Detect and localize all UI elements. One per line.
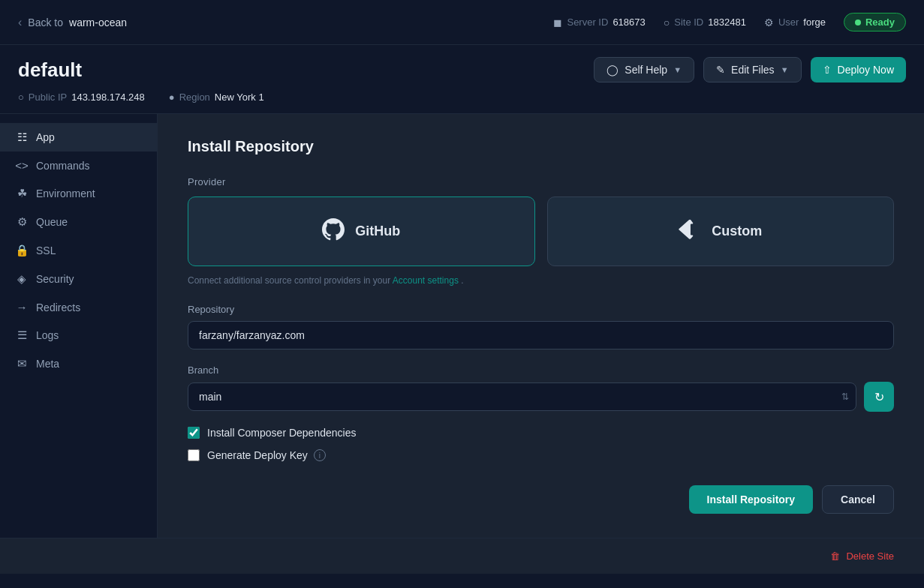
chevron-left-icon: ‹ <box>18 16 22 29</box>
sidebar-item-security-label: Security <box>36 273 74 285</box>
deploy-icon: ⇧ <box>823 64 832 76</box>
user-label: User <box>778 16 799 28</box>
github-icon <box>322 218 345 244</box>
refresh-branch-button[interactable]: ↻ <box>864 382 894 412</box>
generate-deploy-key-label[interactable]: Generate Deploy Key i <box>207 449 326 461</box>
code-icon: <> <box>15 159 29 172</box>
site-name: warm-ocean <box>69 16 127 28</box>
help-icon: ◯ <box>606 64 619 76</box>
custom-icon <box>679 218 701 244</box>
status-dot <box>855 20 861 26</box>
tag-icon: ✉ <box>15 357 29 370</box>
sidebar-item-logs-label: Logs <box>36 329 59 341</box>
checkbox-group: Install Composer Dependencies Generate D… <box>188 427 894 461</box>
install-repository-button[interactable]: Install Repository <box>689 485 813 514</box>
leaf-icon: ☘ <box>15 187 29 200</box>
cog-icon: ⚙ <box>15 215 29 229</box>
sidebar-item-commands-label: Commands <box>36 160 90 172</box>
provider-custom[interactable]: Custom <box>547 196 895 266</box>
provider-github[interactable]: GitHub <box>188 196 535 266</box>
chevron-down-icon: ▼ <box>673 65 682 74</box>
repository-label: Repository <box>188 304 894 315</box>
globe-icon: ○ <box>664 16 670 28</box>
edit-files-label: Edit Files <box>731 64 775 76</box>
trash-icon: 🗑 <box>830 550 840 562</box>
account-settings-text: Connect additional source control provid… <box>188 275 894 286</box>
provider-grid: GitHub Custom <box>188 196 894 266</box>
content-footer: 🗑 Delete Site <box>0 538 924 574</box>
site-id-label: Site ID <box>674 16 703 28</box>
delete-site-label: Delete Site <box>846 550 894 562</box>
self-help-label: Self Help <box>625 64 667 76</box>
public-ip-value: 143.198.174.248 <box>71 92 145 103</box>
page-body: ☷ App <> Commands ☘ Environment ⚙ Queue … <box>0 114 924 574</box>
sidebar: ☷ App <> Commands ☘ Environment ⚙ Queue … <box>0 114 158 538</box>
topbar-right: ◼ Server ID 618673 ○ Site ID 1832481 ⚙ U… <box>553 13 906 32</box>
sidebar-item-logs[interactable]: ☰ Logs <box>0 321 157 350</box>
delete-site-link[interactable]: 🗑 Delete Site <box>830 550 894 562</box>
install-composer-checkbox[interactable] <box>188 427 200 439</box>
sidebar-item-commands[interactable]: <> Commands <box>0 152 157 179</box>
card-title: Install Repository <box>188 138 894 155</box>
edit-files-button[interactable]: ✎ Edit Files ▼ <box>703 57 801 82</box>
generate-deploy-key-checkbox[interactable] <box>188 449 200 461</box>
page-inner: ☷ App <> Commands ☘ Environment ⚙ Queue … <box>0 114 924 538</box>
sidebar-item-ssl-label: SSL <box>36 244 56 256</box>
server-id-value: 618673 <box>612 16 645 28</box>
cancel-button[interactable]: Cancel <box>822 485 894 514</box>
public-ip-meta: ○ Public IP 143.198.174.248 <box>18 92 145 103</box>
sidebar-item-queue[interactable]: ⚙ Queue <box>0 208 157 236</box>
server-id-label: Server ID <box>567 16 608 28</box>
deploy-now-label: Deploy Now <box>838 64 894 76</box>
status-badge: Ready <box>844 13 906 32</box>
sidebar-item-redirects-label: Redirects <box>36 302 80 314</box>
sidebar-item-environment[interactable]: ☘ Environment <box>0 179 157 208</box>
user-value: forge <box>803 16 826 28</box>
sidebar-item-security[interactable]: ◈ Security <box>0 265 157 293</box>
chevron-down-icon-2: ▼ <box>781 65 789 74</box>
install-composer-label[interactable]: Install Composer Dependencies <box>207 427 356 439</box>
generate-deploy-key-row: Generate Deploy Key i <box>188 449 894 461</box>
sidebar-item-app[interactable]: ☷ App <box>0 123 157 152</box>
self-help-button[interactable]: ◯ Self Help ▼ <box>594 57 694 82</box>
status-label: Ready <box>865 16 895 28</box>
pin-icon: ● <box>169 92 175 103</box>
branch-select-wrapper: main master develop ⇅ <box>188 382 856 411</box>
server-icon: ◼ <box>553 16 562 28</box>
provider-label: Provider <box>188 176 894 188</box>
deploy-now-button[interactable]: ⇧ Deploy Now <box>811 57 906 82</box>
back-link[interactable]: ‹ Back to warm-ocean <box>18 16 127 29</box>
custom-label: Custom <box>712 224 762 239</box>
back-label: Back to <box>28 16 63 28</box>
page-header: default ◯ Self Help ▼ ✎ Edit Files ▼ ⇧ D… <box>0 45 924 114</box>
public-ip-label: Public IP <box>29 92 67 103</box>
branch-label: Branch <box>188 364 894 376</box>
install-repository-card: Install Repository Provider GitHub <box>188 138 894 514</box>
grid-icon: ☷ <box>15 130 29 144</box>
region-meta: ● Region New York 1 <box>169 92 264 103</box>
site-id-meta: ○ Site ID 1832481 <box>664 16 746 28</box>
branch-row: main master develop ⇅ ↻ <box>188 382 894 412</box>
sidebar-item-queue-label: Queue <box>36 216 68 228</box>
branch-select[interactable]: main master develop <box>188 382 856 411</box>
github-label: GitHub <box>355 224 400 239</box>
sidebar-item-ssl[interactable]: 🔒 SSL <box>0 236 157 265</box>
arrow-right-icon: → <box>15 301 29 314</box>
repository-input[interactable] <box>188 321 894 350</box>
sidebar-item-redirects[interactable]: → Redirects <box>0 293 157 321</box>
sidebar-item-meta-label: Meta <box>36 358 59 370</box>
install-composer-row: Install Composer Dependencies <box>188 427 894 439</box>
region-label: Region <box>179 92 210 103</box>
sidebar-item-meta[interactable]: ✉ Meta <box>0 350 157 378</box>
site-id-value: 1832481 <box>708 16 746 28</box>
lock-icon: 🔒 <box>15 244 29 257</box>
page-meta: ○ Public IP 143.198.174.248 ● Region New… <box>18 92 906 103</box>
account-settings-link[interactable]: Account settings <box>393 275 459 286</box>
sidebar-item-app-label: App <box>36 131 55 143</box>
info-icon[interactable]: i <box>314 449 326 461</box>
settings-icon: ⚙ <box>764 16 774 28</box>
topbar: ‹ Back to warm-ocean ◼ Server ID 618673 … <box>0 0 924 45</box>
list-icon: ☰ <box>15 328 29 342</box>
header-actions: ◯ Self Help ▼ ✎ Edit Files ▼ ⇧ Deploy No… <box>594 57 906 82</box>
user-meta: ⚙ User forge <box>764 16 826 28</box>
